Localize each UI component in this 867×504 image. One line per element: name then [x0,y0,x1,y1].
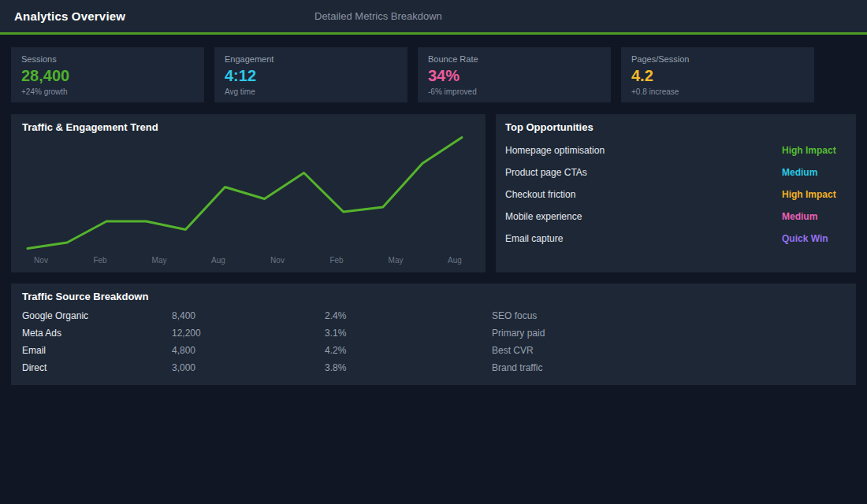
opportunity-label: Checkout friction [505,189,575,200]
top-header-bar: Analytics Overview Detailed Metrics Brea… [0,0,867,35]
trend-line-series [28,138,462,249]
note-cell: Brand traffic [492,362,845,373]
kpi-card-row: Sessions 28,400 +24% growth Engagement 4… [11,47,814,102]
x-axis-tick-label: Nov [34,256,48,265]
opportunity-label: Mobile experience [505,211,582,222]
kpi-subtext: -6% improved [428,87,601,96]
kpi-label: Sessions [21,54,194,64]
impact-badge: Medium [782,167,847,178]
rate-cell: 2.4% [325,310,492,321]
kpi-card: Pages/Session 4.2 +0.8 increase [621,47,814,102]
list-item: Email capture Quick Win [505,228,847,250]
opportunity-label: Homepage optimisation [505,145,605,156]
x-axis-tick-label: Feb [93,256,107,265]
traffic-source-title: Traffic Source Breakdown [11,284,856,302]
top-opportunities-panel: Top Opportunities Homepage optimisation … [496,114,856,272]
kpi-card: Sessions 28,400 +24% growth [11,47,204,102]
x-axis-tick-label: Nov [270,256,285,265]
kpi-label: Bounce Rate [428,54,601,64]
trend-line-chart: NovFebMayAugNovFebMayAug [11,114,486,272]
kpi-value: 34% [428,68,601,83]
table-row: Google Organic 8,400 2.4% SEO focus [22,307,845,324]
x-axis-tick-label: May [389,256,404,265]
rate-cell: 3.8% [325,362,492,373]
kpi-card: Bounce Rate 34% -6% improved [418,47,611,102]
kpi-value: 4:12 [225,68,397,83]
x-axis-tick-label: May [152,256,167,265]
note-cell: SEO focus [492,310,845,321]
traffic-source-table: Google Organic 8,400 2.4% SEO focus Meta… [11,302,856,376]
table-row: Direct 3,000 3.8% Brand traffic [22,359,845,376]
list-item: Mobile experience Medium [505,206,847,228]
note-cell: Best CVR [492,345,845,356]
x-axis-tick-label: Feb [329,256,344,265]
source-name-cell: Google Organic [22,310,172,321]
x-axis-tick-label: Aug [211,256,225,265]
x-axis-tick-label: Aug [448,256,462,265]
list-item: Product page CTAs Medium [505,161,847,183]
source-name-cell: Direct [22,362,172,373]
kpi-subtext: Avg time [225,87,397,96]
rate-cell: 4.2% [325,345,492,356]
sessions-cell: 3,000 [172,362,325,373]
sessions-cell: 8,400 [172,310,325,321]
impact-badge: High Impact [782,145,847,156]
page-title: Analytics Overview [14,0,125,32]
list-item: Homepage optimisation High Impact [505,139,847,161]
kpi-label: Pages/Session [631,54,804,64]
kpi-subtext: +0.8 increase [631,87,804,96]
table-row: Email 4,800 4.2% Best CVR [22,342,845,359]
kpi-card: Engagement 4:12 Avg time [214,47,407,102]
trend-chart-title: Traffic & Engagement Trend [11,114,486,133]
source-name-cell: Meta Ads [22,328,172,339]
opportunities-list: Homepage optimisation High Impact Produc… [496,133,856,250]
table-row: Meta Ads 12,200 3.1% Primary paid [22,324,845,342]
sessions-cell: 12,200 [172,328,325,339]
opportunity-label: Product page CTAs [505,167,587,178]
kpi-subtext: +24% growth [21,87,194,96]
kpi-value: 28,400 [21,68,194,83]
opportunities-title: Top Opportunities [496,114,856,133]
page-subtitle: Detailed Metrics Breakdown [314,0,442,32]
source-name-cell: Email [22,345,172,356]
sessions-cell: 4,800 [172,345,325,356]
kpi-label: Engagement [225,54,397,64]
kpi-value: 4.2 [631,68,804,83]
rate-cell: 3.1% [325,328,492,339]
note-cell: Primary paid [492,328,845,339]
impact-badge: Medium [782,211,847,222]
traffic-source-panel: Traffic Source Breakdown Google Organic … [11,284,856,385]
trend-chart-panel: NovFebMayAugNovFebMayAug Traffic & Engag… [11,114,486,272]
opportunity-label: Email capture [505,233,563,244]
list-item: Checkout friction High Impact [505,183,847,206]
impact-badge: Quick Win [782,233,847,244]
impact-badge: High Impact [782,189,847,200]
